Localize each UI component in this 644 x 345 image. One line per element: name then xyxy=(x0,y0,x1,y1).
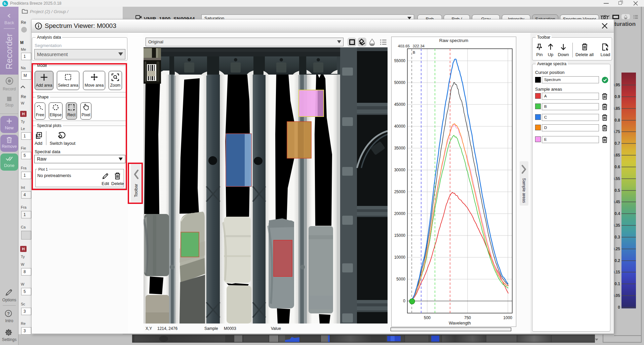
svg-text:35000: 35000 xyxy=(394,146,406,150)
svg-text:322.34: 322.34 xyxy=(413,44,425,48)
svg-text:1000: 1000 xyxy=(503,315,512,320)
svg-text:Wavelength: Wavelength xyxy=(449,321,471,326)
svg-text:B: B xyxy=(413,50,415,54)
svg-text:40000: 40000 xyxy=(394,124,406,129)
svg-text:500: 500 xyxy=(424,315,431,320)
svg-text:15000: 15000 xyxy=(394,233,406,238)
svg-text:55000: 55000 xyxy=(394,58,406,63)
svg-text:50000: 50000 xyxy=(394,80,406,85)
svg-text:Raw spectrum: Raw spectrum xyxy=(439,38,468,43)
svg-text:25000: 25000 xyxy=(394,189,406,194)
svg-text:10000: 10000 xyxy=(394,255,406,260)
svg-text:0: 0 xyxy=(403,299,405,303)
svg-text:45000: 45000 xyxy=(394,102,406,107)
svg-text:5000: 5000 xyxy=(396,277,405,282)
svg-text:20000: 20000 xyxy=(394,211,406,216)
svg-text:?: ? xyxy=(7,311,10,316)
svg-text:30000: 30000 xyxy=(394,168,406,172)
svg-text:403.65: 403.65 xyxy=(398,44,410,48)
svg-text:750: 750 xyxy=(464,315,471,320)
